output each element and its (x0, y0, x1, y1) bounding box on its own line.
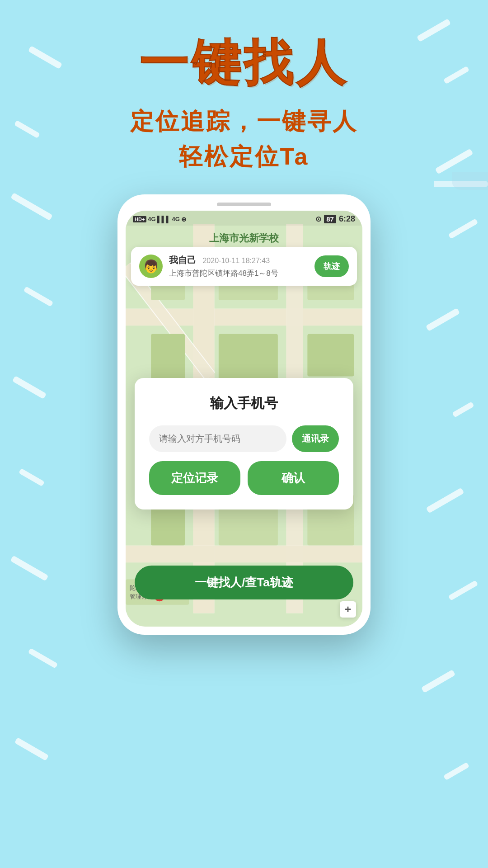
record-button[interactable]: 定位记录 (149, 461, 240, 495)
input-row: 通讯录 (149, 425, 339, 452)
track-button[interactable]: 轨迹 (314, 255, 349, 277)
location-icon: ⊙ (315, 215, 321, 223)
signal-bars: ▌▌▌ (157, 216, 171, 223)
battery-level: 87 (324, 215, 336, 223)
action-row: 定位记录 确认 (149, 461, 339, 495)
wifi-icon: ⊕ (181, 216, 187, 223)
svg-rect-11 (219, 334, 278, 385)
card-header-row: 我自己 2020-10-11 18:27:43 (169, 254, 308, 266)
bottom-cta[interactable]: 一键找人/查Ta轨迹 (135, 566, 353, 599)
subtitle-line2: 轻松定位Ta (0, 139, 488, 174)
subtitle: 定位追踪，一键寻人 轻松定位Ta (0, 104, 488, 174)
phone-input[interactable] (149, 425, 286, 452)
phone-screen: 28号 29号 陀区石泉路 管理办公室 HD+ (126, 211, 362, 627)
signal-4g: 4G (148, 216, 155, 222)
subtitle-line1: 定位追踪，一键寻人 (0, 104, 488, 139)
address: 上海市普陀区镇坪路48弄1～8号 (169, 268, 308, 278)
top-section: 一键找人 定位追踪，一键寻人 轻松定位Ta (0, 0, 488, 174)
svg-rect-12 (151, 334, 185, 385)
contacts-button[interactable]: 通讯录 (292, 425, 339, 452)
svg-rect-22 (126, 546, 362, 562)
user-name: 我自己 (169, 255, 196, 265)
dialog: 输入手机号 通讯录 定位记录 确认 (135, 378, 353, 509)
clock: 6:28 (339, 214, 355, 224)
phone-mockup: 28号 29号 陀区石泉路 管理办公室 HD+ (117, 194, 371, 635)
dialog-title: 输入手机号 (149, 394, 339, 413)
hd-badge: HD+ (133, 216, 146, 222)
status-right: ⊙ 87 6:28 (315, 214, 355, 224)
phone-outer: 28号 29号 陀区石泉路 管理办公室 HD+ (117, 194, 371, 635)
timestamp: 2020-10-11 18:27:43 (202, 257, 270, 264)
phone-notch (217, 203, 271, 206)
card-info: 我自己 2020-10-11 18:27:43 上海市普陀区镇坪路48弄1～8号 (169, 254, 308, 278)
zoom-plus-button[interactable]: + (340, 601, 356, 618)
app-header: 上海市光新学校 (126, 228, 362, 249)
avatar: 👦 (139, 255, 163, 278)
confirm-button[interactable]: 确认 (248, 461, 339, 495)
signal-4g-2: 4G (172, 216, 179, 222)
status-bar: HD+ 4G ▌▌▌ 4G ⊕ ⊙ 87 6:28 (126, 211, 362, 226)
main-title: 一键找人 (0, 36, 488, 90)
status-left: HD+ 4G ▌▌▌ 4G ⊕ (133, 216, 187, 223)
location-card: 👦 我自己 2020-10-11 18:27:43 上海市普陀区镇坪路48弄1～… (131, 247, 357, 286)
svg-rect-14 (307, 334, 354, 377)
